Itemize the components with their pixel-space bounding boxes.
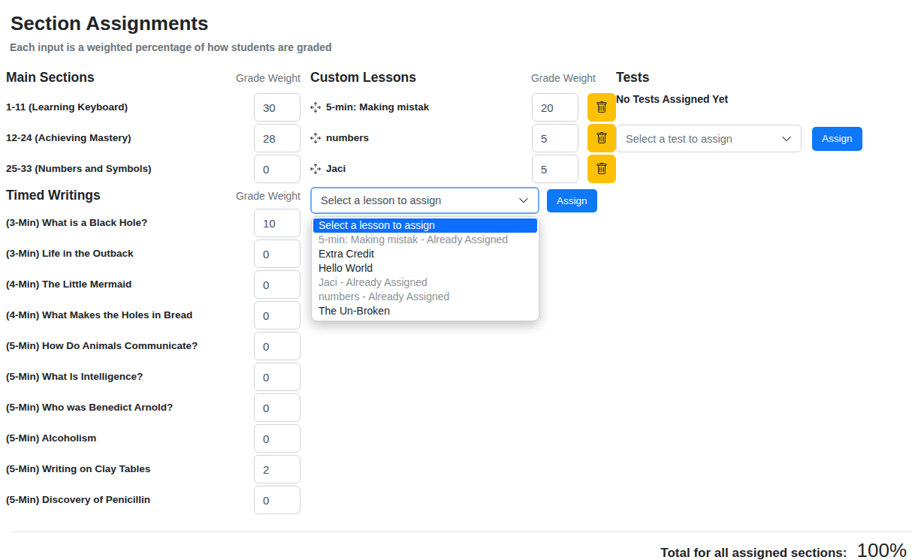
lesson-select-value: Select a lesson to assign: [321, 194, 441, 206]
trash-icon: [596, 101, 608, 113]
lesson-select[interactable]: Select a lesson to assign: [310, 187, 539, 214]
grade-weight-input[interactable]: [254, 239, 300, 268]
dropdown-option[interactable]: Select a lesson to assign: [313, 218, 537, 233]
section-label: (5-Min) How Do Animals Communicate?: [6, 340, 254, 352]
grade-weight-input[interactable]: [532, 93, 578, 122]
tests-heading: Tests: [616, 70, 649, 86]
dropdown-option[interactable]: The Un-Broken: [312, 304, 539, 318]
test-select-value: Select a test to assign: [626, 133, 732, 145]
total-row: Total for all assigned sections: 100%: [6, 532, 918, 560]
dropdown-option: numbers - Already Assigned: [312, 290, 539, 304]
assign-test-button[interactable]: Assign: [812, 127, 862, 151]
section-row: (4-Min) What Makes the Holes in Bread: [6, 301, 300, 330]
section-row: (5-Min) Alcoholism: [6, 424, 300, 453]
section-row: (5-Min) Discovery of Penicillin: [6, 486, 300, 514]
arrows-move-icon[interactable]: [310, 164, 321, 174]
grade-weight-label: Grade Weight: [236, 190, 300, 202]
dropdown-option[interactable]: Extra Credit: [312, 247, 539, 261]
section-label: (4-Min) What Makes the Holes in Bread: [6, 309, 254, 321]
dropdown-option[interactable]: Hello World: [312, 261, 539, 275]
section-row: 1-11 (Learning Keyboard): [6, 93, 300, 122]
grade-weight-input[interactable]: [254, 93, 300, 122]
section-row: 25-33 (Numbers and Symbols): [6, 155, 300, 183]
chevron-down-icon: [518, 195, 529, 206]
grade-weight-input[interactable]: [254, 270, 300, 299]
trash-icon: [596, 163, 608, 175]
tests-heading-row: Tests: [616, 70, 918, 86]
custom-lessons-heading-row: Custom Lessons Grade Weight: [310, 70, 616, 86]
grade-weight-input[interactable]: [254, 424, 300, 453]
tests-column: Tests No Tests Assigned Yet Select a tes…: [616, 70, 918, 152]
custom-lesson-row: numbers: [310, 124, 616, 152]
dropdown-option: 5-min: Making mistak - Already Assigned: [312, 233, 539, 247]
main-sections-column: Main Sections Grade Weight 1-11 (Learnin…: [6, 70, 300, 516]
test-select[interactable]: Select a test to assign: [616, 125, 802, 152]
section-row: (5-Min) Who was Benedict Arnold?: [6, 393, 300, 422]
main-sections-heading-row: Main Sections Grade Weight: [6, 70, 300, 86]
grade-weight-input[interactable]: [254, 455, 300, 483]
section-row: (5-Min) Writing on Clay Tables: [6, 455, 300, 483]
lesson-label: Jaci: [326, 163, 532, 175]
lesson-assign-row: Select a lesson to assign Assign: [310, 187, 616, 214]
no-tests-message: No Tests Assigned Yet: [616, 93, 918, 106]
grade-weight-input[interactable]: [254, 393, 300, 422]
section-label: (5-Min) Alcoholism: [6, 432, 254, 444]
section-row: (5-Min) What Is Intelligence?: [6, 363, 300, 391]
page: Section Assignments Each input is a weig…: [0, 0, 924, 560]
section-label: 12-24 (Achieving Mastery): [6, 132, 254, 144]
lesson-label: 5-min: Making mistak: [326, 101, 532, 113]
arrows-move-icon[interactable]: [310, 102, 321, 113]
timed-writings-heading: Timed Writings: [6, 188, 101, 203]
delete-lesson-button[interactable]: [587, 93, 616, 122]
section-label: (5-Min) Who was Benedict Arnold?: [6, 402, 254, 414]
total-value: 100%: [857, 539, 907, 560]
timed-writings-heading-row: Timed Writings Grade Weight: [6, 188, 300, 203]
delete-lesson-button[interactable]: [587, 124, 616, 152]
section-label: 1-11 (Learning Keyboard): [6, 101, 254, 113]
lesson-label: numbers: [326, 132, 532, 144]
custom-lesson-row: 5-min: Making mistak: [310, 93, 616, 122]
custom-lessons-column: Custom Lessons Grade Weight 5-min: Makin…: [310, 70, 616, 214]
grade-weight-label: Grade Weight: [531, 72, 616, 84]
section-row: (5-Min) How Do Animals Communicate?: [6, 332, 300, 360]
custom-lesson-row: Jaci: [310, 155, 616, 183]
section-label: (4-Min) The Little Mermaid: [6, 278, 254, 291]
grade-weight-input[interactable]: [532, 155, 578, 183]
page-subtitle: Each input is a weighted percentage of h…: [10, 41, 918, 53]
custom-lessons-heading: Custom Lessons: [310, 70, 416, 86]
section-label: (5-Min) Discovery of Penicillin: [6, 494, 254, 506]
grade-weight-input[interactable]: [254, 332, 300, 360]
section-label: 25-33 (Numbers and Symbols): [6, 163, 254, 175]
total-label: Total for all assigned sections:: [660, 546, 847, 560]
delete-lesson-button[interactable]: [587, 155, 616, 183]
grade-weight-label: Grade Weight: [236, 72, 300, 84]
section-label: (3-Min) Life in the Outback: [6, 248, 254, 260]
grade-weight-input[interactable]: [254, 124, 300, 152]
section-row: 12-24 (Achieving Mastery): [6, 124, 300, 152]
columns: Main Sections Grade Weight 1-11 (Learnin…: [6, 70, 918, 516]
lesson-dropdown-panel: Select a lesson to assign 5-min: Making …: [311, 216, 539, 321]
page-title: Section Assignments: [11, 12, 918, 35]
grade-weight-input[interactable]: [254, 363, 300, 391]
assign-lesson-button[interactable]: Assign: [547, 189, 597, 212]
grade-weight-input[interactable]: [254, 301, 300, 330]
arrows-move-icon[interactable]: [310, 133, 321, 143]
section-row: (3-Min) What is a Black Hole?: [6, 209, 300, 237]
dropdown-option: Jaci - Already Assigned: [312, 275, 539, 290]
section-row: (4-Min) The Little Mermaid: [6, 270, 300, 299]
section-row: (3-Min) Life in the Outback: [6, 239, 300, 268]
main-sections-heading: Main Sections: [6, 70, 95, 86]
section-label: (3-Min) What is a Black Hole?: [6, 217, 254, 229]
section-label: (5-Min) What Is Intelligence?: [6, 371, 254, 383]
chevron-down-icon: [781, 134, 792, 144]
grade-weight-input[interactable]: [254, 486, 300, 514]
trash-icon: [596, 132, 608, 144]
grade-weight-input[interactable]: [532, 124, 578, 152]
test-assign-row: Select a test to assign Assign: [616, 125, 918, 152]
grade-weight-input[interactable]: [254, 209, 300, 237]
section-label: (5-Min) Writing on Clay Tables: [6, 463, 254, 475]
grade-weight-input[interactable]: [254, 155, 300, 183]
